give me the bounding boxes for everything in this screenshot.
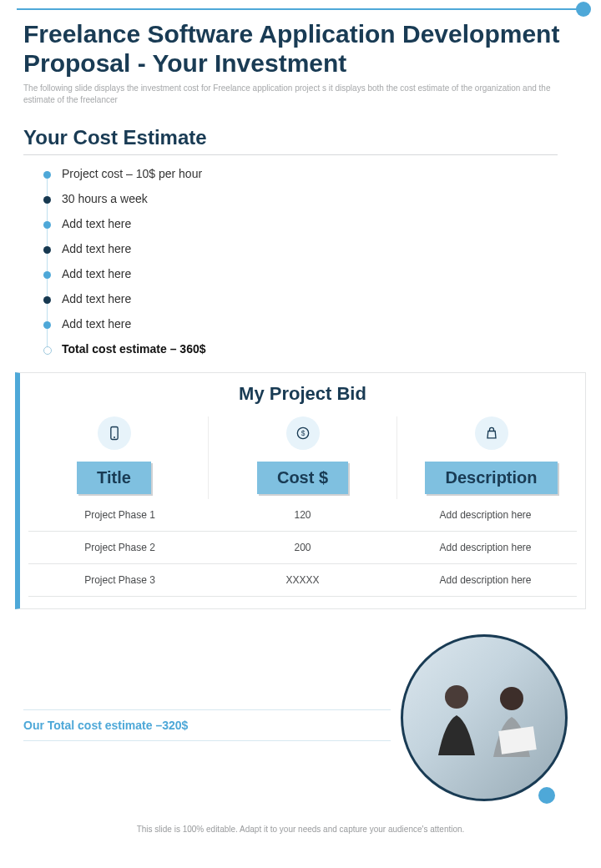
list-item: Add text here — [43, 242, 578, 255]
cell-desc: Add description here — [394, 564, 577, 596]
bid-header-row: Title $ Cost $ Description — [20, 411, 585, 499]
list-item: Project cost – 10$ per hour — [43, 167, 578, 180]
bid-heading: My Project Bid — [20, 373, 585, 411]
cell-title: Project Phase 1 — [28, 499, 211, 531]
cell-desc: Add description here — [394, 499, 577, 531]
cell-title: Project Phase 2 — [28, 532, 211, 563]
bag-icon — [475, 416, 508, 450]
svg-point-5 — [500, 687, 523, 710]
our-total-estimate: Our Total cost estimate –320$ — [23, 709, 391, 741]
money-icon: $ — [286, 416, 320, 450]
bid-col-title: Title — [20, 416, 209, 499]
cell-cost: 120 — [211, 499, 394, 531]
bid-col-label: Description — [425, 462, 557, 494]
svg-text:$: $ — [300, 429, 305, 437]
bid-col-label: Cost $ — [257, 462, 348, 494]
svg-rect-6 — [498, 726, 536, 754]
list-item: Add text here — [43, 267, 578, 280]
list-item-total: Total cost estimate – 360$ — [43, 342, 578, 356]
bid-col-desc: Description — [397, 416, 585, 499]
page-title: Freelance Software Application Developme… — [23, 20, 578, 78]
bid-col-label: Title — [77, 462, 151, 494]
cell-desc: Add description here — [394, 532, 577, 563]
list-item: Add text here — [43, 317, 578, 331]
svg-point-4 — [445, 685, 468, 709]
list-item: Add text here — [43, 217, 578, 230]
footer-disclaimer: This slide is 100% editable. Adapt it to… — [0, 825, 601, 834]
cost-estimate-heading: Your Cost Estimate — [23, 126, 558, 155]
list-item: Add text here — [43, 292, 578, 305]
table-row: Project Phase 1 120 Add description here — [28, 499, 577, 532]
phone-icon — [98, 416, 131, 450]
cost-estimate-list: Project cost – 10$ per hour 30 hours a w… — [43, 167, 578, 356]
table-row: Project Phase 3 XXXXX Add description he… — [28, 564, 577, 597]
bid-col-cost: $ Cost $ — [209, 416, 397, 499]
cell-cost: 200 — [211, 532, 394, 563]
list-item: 30 hours a week — [43, 192, 578, 205]
photo-accent-dot-icon — [536, 785, 558, 806]
page-subtitle: The following slide displays the investm… — [23, 83, 578, 106]
cell-cost: XXXXX — [211, 564, 394, 596]
table-row: Project Phase 2 200 Add description here — [28, 532, 577, 564]
header-dot-icon — [576, 2, 591, 17]
photo-circle — [401, 634, 568, 801]
cell-title: Project Phase 3 — [28, 564, 211, 596]
header-rule — [17, 8, 584, 10]
svg-point-1 — [114, 437, 115, 438]
bid-panel: My Project Bid Title $ Cost $ Descriptio… — [15, 372, 586, 609]
